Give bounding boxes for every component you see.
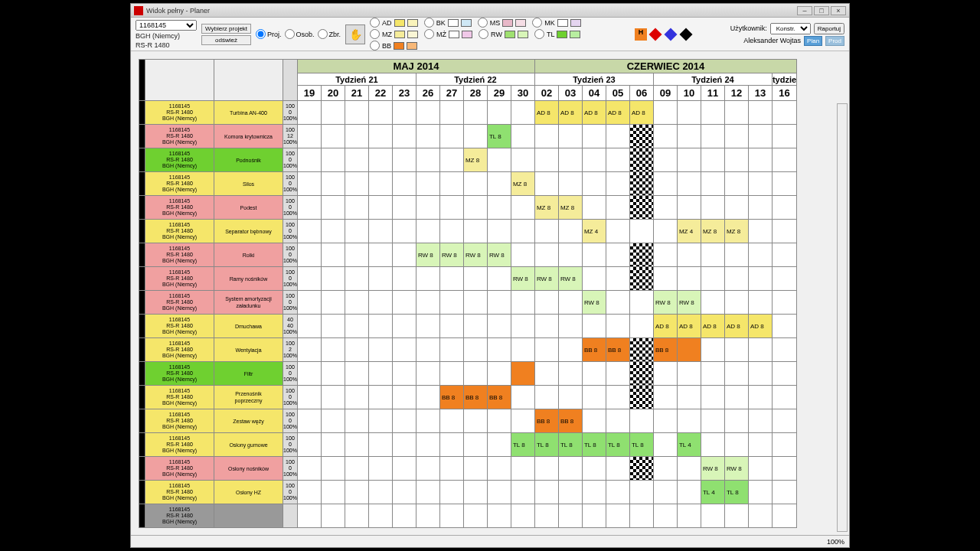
empty-cell[interactable]	[345, 481, 368, 504]
empty-cell[interactable]	[463, 433, 487, 457]
empty-cell[interactable]	[392, 457, 416, 481]
empty-cell[interactable]	[487, 220, 511, 243]
row-handle[interactable]	[139, 504, 145, 528]
empty-cell[interactable]	[748, 481, 772, 504]
vertical-scrollbar[interactable]	[837, 103, 848, 532]
task-cell[interactable]: TL 8	[558, 433, 582, 457]
empty-cell[interactable]	[463, 125, 487, 148]
empty-cell[interactable]	[677, 267, 701, 291]
empty-cell[interactable]	[368, 267, 392, 291]
empty-cell[interactable]	[416, 101, 439, 125]
empty-cell[interactable]	[345, 220, 368, 243]
empty-cell[interactable]	[558, 504, 582, 528]
empty-cell[interactable]	[487, 362, 511, 386]
empty-cell[interactable]	[345, 362, 368, 386]
empty-cell[interactable]	[772, 172, 796, 196]
empty-cell[interactable]	[748, 362, 772, 386]
task-cell[interactable]	[511, 362, 534, 386]
empty-cell[interactable]	[321, 457, 345, 481]
empty-cell[interactable]	[724, 243, 748, 267]
empty-cell[interactable]	[534, 481, 558, 504]
empty-cell[interactable]	[558, 338, 582, 362]
empty-cell[interactable]	[392, 386, 416, 409]
empty-cell[interactable]	[677, 243, 701, 267]
task-cell[interactable]: MZ 4	[677, 220, 701, 243]
empty-cell[interactable]	[653, 267, 677, 291]
milestone-flag[interactable]	[629, 362, 653, 386]
empty-cell[interactable]	[392, 243, 416, 267]
task-cell[interactable]: TL 8	[606, 433, 629, 457]
empty-cell[interactable]	[772, 433, 796, 457]
empty-cell[interactable]	[392, 101, 416, 125]
empty-cell[interactable]	[368, 338, 392, 362]
task-cell[interactable]: RW 8	[677, 291, 701, 315]
task-cell[interactable]: MZ 8	[534, 196, 558, 220]
empty-cell[interactable]	[772, 267, 796, 291]
empty-cell[interactable]	[606, 172, 629, 196]
empty-cell[interactable]	[392, 148, 416, 172]
empty-cell[interactable]	[701, 101, 724, 125]
empty-cell[interactable]	[606, 125, 629, 148]
empty-cell[interactable]	[582, 243, 606, 267]
empty-cell[interactable]	[297, 433, 321, 457]
empty-cell[interactable]	[653, 243, 677, 267]
empty-cell[interactable]	[677, 457, 701, 481]
empty-cell[interactable]	[582, 196, 606, 220]
task-cell[interactable]: TL 8	[629, 433, 653, 457]
empty-cell[interactable]	[748, 433, 772, 457]
empty-cell[interactable]	[416, 291, 439, 315]
task-cell[interactable]: AD 8	[748, 315, 772, 338]
task-cell[interactable]: AD 8	[534, 101, 558, 125]
empty-cell[interactable]	[463, 338, 487, 362]
empty-cell[interactable]	[487, 196, 511, 220]
empty-cell[interactable]	[487, 315, 511, 338]
row-handle[interactable]	[139, 291, 145, 315]
empty-cell[interactable]	[701, 148, 724, 172]
task-cell[interactable]: RW 8	[701, 457, 724, 481]
empty-cell[interactable]	[416, 433, 439, 457]
task-cell[interactable]: RW 8	[511, 267, 534, 291]
empty-cell[interactable]	[392, 125, 416, 148]
empty-cell[interactable]	[629, 409, 653, 433]
empty-cell[interactable]	[724, 172, 748, 196]
task-cell[interactable]: RW 8	[416, 243, 439, 267]
empty-cell[interactable]	[748, 267, 772, 291]
empty-cell[interactable]	[677, 172, 701, 196]
empty-cell[interactable]	[534, 362, 558, 386]
empty-cell[interactable]	[606, 267, 629, 291]
empty-cell[interactable]	[368, 291, 392, 315]
empty-cell[interactable]	[606, 315, 629, 338]
empty-cell[interactable]	[297, 481, 321, 504]
task-cell[interactable]: RW 8	[653, 291, 677, 315]
empty-cell[interactable]	[321, 172, 345, 196]
empty-cell[interactable]	[534, 291, 558, 315]
empty-cell[interactable]	[416, 481, 439, 504]
task-cell[interactable]: TL 4	[701, 481, 724, 504]
empty-cell[interactable]	[439, 433, 463, 457]
empty-cell[interactable]	[321, 481, 345, 504]
milestone-flag[interactable]	[629, 386, 653, 409]
empty-cell[interactable]	[653, 196, 677, 220]
empty-cell[interactable]	[748, 125, 772, 148]
empty-cell[interactable]	[297, 220, 321, 243]
empty-cell[interactable]	[321, 267, 345, 291]
empty-cell[interactable]	[748, 172, 772, 196]
task-cell[interactable]: TL 8	[534, 433, 558, 457]
empty-cell[interactable]	[297, 243, 321, 267]
hand-tool-button[interactable]: ✋	[345, 24, 365, 44]
empty-cell[interactable]	[392, 172, 416, 196]
empty-cell[interactable]	[534, 338, 558, 362]
empty-cell[interactable]	[724, 267, 748, 291]
empty-cell[interactable]	[748, 291, 772, 315]
empty-cell[interactable]	[653, 172, 677, 196]
empty-cell[interactable]	[772, 291, 796, 315]
empty-cell[interactable]	[606, 504, 629, 528]
empty-cell[interactable]	[439, 338, 463, 362]
empty-cell[interactable]	[392, 504, 416, 528]
empty-cell[interactable]	[439, 267, 463, 291]
row-handle[interactable]	[139, 220, 145, 243]
empty-cell[interactable]	[321, 386, 345, 409]
empty-cell[interactable]	[416, 172, 439, 196]
empty-cell[interactable]	[582, 267, 606, 291]
row-handle[interactable]	[139, 409, 145, 433]
